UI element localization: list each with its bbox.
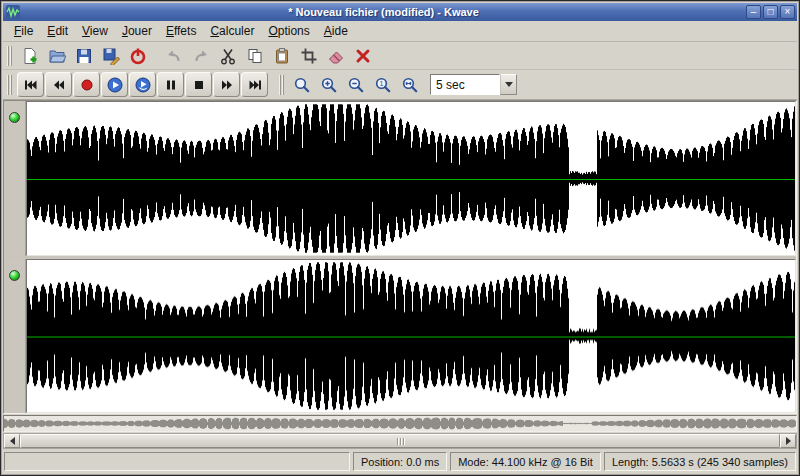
channel-2-controls [4, 259, 26, 414]
status-message-panel [4, 452, 350, 471]
new-file-icon [21, 47, 39, 65]
redo-icon [192, 47, 210, 65]
undo-icon [165, 47, 183, 65]
waveform-area [3, 100, 797, 414]
zoom-out-button[interactable] [343, 73, 369, 97]
zoom-preset-value[interactable]: 5 sec [430, 74, 500, 95]
toolbar-handle[interactable] [7, 46, 13, 66]
zoom-100-button[interactable]: 1 [370, 73, 396, 97]
menu-item-effets[interactable]: Effets [159, 22, 203, 40]
forward-button[interactable] [213, 72, 240, 97]
zoom-all-button[interactable] [397, 73, 423, 97]
paste-button[interactable] [269, 44, 295, 68]
chevron-down-icon [505, 82, 513, 87]
zoom-selection-button[interactable] [289, 73, 315, 97]
menu-item-jouer[interactable]: Jouer [115, 22, 159, 40]
copy-icon [246, 47, 264, 65]
scrollbar-thumb[interactable] [20, 434, 780, 448]
open-folder-icon [48, 47, 66, 65]
zoom-preset-combo[interactable]: 5 sec [430, 74, 517, 95]
channel-2-waveform[interactable] [27, 260, 795, 413]
zoom-in-button[interactable] [316, 73, 342, 97]
delete-icon [354, 47, 372, 65]
skip-start-button[interactable] [17, 72, 44, 97]
menu-item-file[interactable]: File [7, 22, 40, 40]
quit-button[interactable] [125, 44, 151, 68]
skip-end-icon [247, 77, 263, 93]
cut-button[interactable] [215, 44, 241, 68]
kwave-app-icon [6, 5, 20, 19]
menu-item-calculer[interactable]: Calculer [203, 22, 261, 40]
channel-2-enabled-led[interactable] [9, 270, 20, 281]
scrollbar-right-button[interactable] [780, 434, 796, 448]
delete-button[interactable] [350, 44, 376, 68]
play-loop-icon [135, 77, 151, 93]
scrollbar-left-button[interactable] [4, 434, 20, 448]
cut-icon [219, 47, 237, 65]
zoom-in-icon [320, 76, 338, 94]
channel-1 [4, 101, 796, 256]
title-bar[interactable]: * Nouveau fichier (modified) - Kwave – □… [3, 3, 797, 21]
close-button[interactable]: × [780, 5, 795, 19]
status-length: Length: 5.5633 s (245 340 samples) [604, 452, 796, 471]
maximize-button[interactable]: □ [763, 5, 778, 19]
skip-start-icon [23, 77, 39, 93]
horizontal-scrollbar[interactable] [3, 433, 797, 449]
svg-text:1: 1 [380, 80, 384, 87]
menu-item-edit[interactable]: Edit [40, 22, 75, 40]
pause-icon [163, 77, 179, 93]
menu-item-options[interactable]: Options [261, 22, 316, 40]
save-as-icon [102, 47, 120, 65]
crop-button[interactable] [296, 44, 322, 68]
save-button[interactable] [71, 44, 97, 68]
file-toolbar [3, 42, 797, 70]
record-button[interactable] [73, 72, 100, 97]
menu-bar: File Edit View Jouer Effets Calculer Opt… [3, 21, 797, 42]
stop-button[interactable] [185, 72, 212, 97]
new-file-button[interactable] [17, 44, 43, 68]
channel-2 [4, 259, 796, 414]
zoom-preset-dropdown-button[interactable] [500, 74, 517, 95]
menu-item-view[interactable]: View [75, 22, 115, 40]
play-icon [107, 77, 123, 93]
paste-icon [273, 47, 291, 65]
play-button[interactable] [101, 72, 128, 97]
kwave-window: * Nouveau fichier (modified) - Kwave – □… [0, 0, 800, 476]
play-loop-button[interactable] [129, 72, 156, 97]
arrow-left-icon [10, 437, 15, 445]
minimize-button[interactable]: – [746, 5, 761, 19]
overview-waveform[interactable] [4, 416, 796, 431]
erase-icon [327, 47, 345, 65]
rewind-button[interactable] [45, 72, 72, 97]
channel-1-waveform[interactable] [27, 102, 795, 255]
toolbar-handle[interactable] [7, 75, 13, 95]
save-as-button[interactable] [98, 44, 124, 68]
status-mode: Mode: 44.100 kHz @ 16 Bit [450, 452, 601, 471]
menu-item-aide[interactable]: Aide [317, 22, 355, 40]
rewind-icon [51, 77, 67, 93]
channel-1-controls [4, 101, 26, 256]
undo-button[interactable] [161, 44, 187, 68]
skip-end-button[interactable] [241, 72, 268, 97]
channel-2-wave-container [26, 259, 796, 414]
redo-button[interactable] [188, 44, 214, 68]
toolbar-handle[interactable] [279, 75, 285, 95]
status-position: Position: 0.0 ms [353, 452, 447, 471]
pause-button[interactable] [157, 72, 184, 97]
quit-icon [129, 47, 147, 65]
open-button[interactable] [44, 44, 70, 68]
window-title: * Nouveau fichier (modified) - Kwave [23, 6, 744, 18]
erase-button[interactable] [323, 44, 349, 68]
forward-icon [219, 77, 235, 93]
channel-1-wave-container [26, 101, 796, 256]
channel-1-enabled-led[interactable] [9, 112, 20, 123]
playback-toolbar: 1 5 sec [3, 70, 797, 100]
zoom-100-icon: 1 [374, 76, 392, 94]
zoom-selection-icon [293, 76, 311, 94]
record-icon [79, 77, 95, 93]
zoom-out-icon [347, 76, 365, 94]
overview-strip[interactable] [3, 415, 797, 432]
stop-icon [191, 77, 207, 93]
copy-button[interactable] [242, 44, 268, 68]
crop-icon [300, 47, 318, 65]
